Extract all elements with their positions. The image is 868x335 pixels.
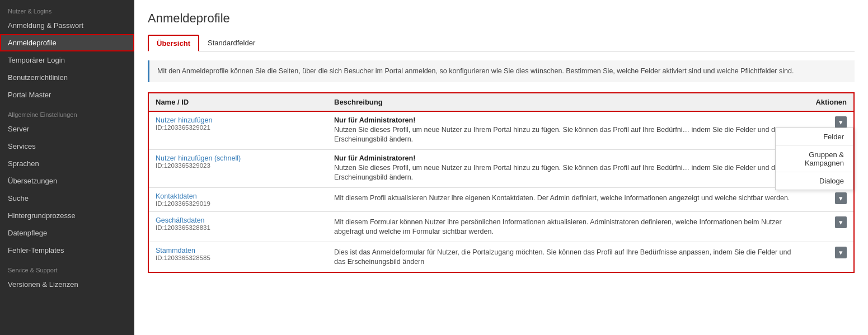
- table-row: GeschäftsdatenID:1203365328831Mit diesem…: [148, 211, 854, 242]
- col-header-name-id: Name / ID: [148, 93, 327, 111]
- tab-standardfelder[interactable]: Standardfelder: [199, 35, 264, 51]
- cell-name-id-0: Nutzer hinzufügenID:1203365329021: [148, 111, 327, 150]
- sidebar-item-anmeldeprofile[interactable]: Anmeldeprofile: [0, 34, 134, 51]
- action-dropdown-btn-2[interactable]: ▾: [835, 192, 847, 204]
- cell-description-3: Mit diesem Formular können Nutzer ihre p…: [327, 211, 798, 242]
- dropdown-item-dialoge[interactable]: Dialoge: [776, 172, 853, 190]
- profile-name-link-0[interactable]: Nutzer hinzufügen: [156, 116, 321, 124]
- cell-description-0: Nur für Administratoren!Nutzen Sie diese…: [327, 111, 798, 150]
- tab-uebersicht[interactable]: Übersicht: [148, 35, 199, 51]
- cell-name-id-2: KontaktdatenID:1203365329019: [148, 187, 327, 211]
- sidebar: Nutzer & LoginsAnmeldung & PasswortAnmel…: [0, 0, 134, 335]
- cell-actions-4: ▾: [798, 242, 854, 272]
- cell-name-id-1: Nutzer hinzufügen (schnell)ID:1203365329…: [148, 149, 327, 187]
- desc-text-1: Nutzen Sie dieses Profil, um neue Nutzer…: [334, 163, 791, 183]
- profile-name-link-1[interactable]: Nutzer hinzufügen (schnell): [156, 154, 321, 162]
- action-dropdown-btn-4[interactable]: ▾: [835, 247, 847, 258]
- cell-description-1: Nur für Administratoren!Nutzen Sie diese…: [327, 149, 798, 187]
- desc-bold-1: Nur für Administratoren!: [334, 154, 791, 162]
- sidebar-item-fehler-templates[interactable]: Fehler-Templates: [0, 242, 134, 259]
- sidebar-item-temporaerer[interactable]: Temporärer Login: [0, 51, 134, 69]
- cell-description-2: Mit diesem Profil aktualisieren Nutzer i…: [327, 187, 798, 211]
- col-header-beschreibung: Beschreibung: [327, 93, 798, 111]
- col-header-aktionen: Aktionen: [798, 93, 854, 111]
- profiles-table: Name / ID Beschreibung Aktionen Nutzer h…: [148, 92, 855, 273]
- desc-text-2: Mit diesem Profil aktualisieren Nutzer i…: [334, 194, 791, 204]
- sidebar-item-portalmaster[interactable]: Portal Master: [0, 86, 134, 103]
- profile-id-2: ID:1203365329019: [156, 200, 321, 207]
- desc-bold-0: Nur für Administratoren!: [334, 116, 791, 124]
- action-dropdown-btn-0[interactable]: ▾: [835, 116, 847, 128]
- table-row: Nutzer hinzufügen (schnell)ID:1203365329…: [148, 149, 854, 187]
- sidebar-item-benutzerrichtlinien[interactable]: Benutzerrichtlinien: [0, 69, 134, 86]
- page-title: Anmeldeprofile: [148, 11, 855, 26]
- sidebar-item-versionen[interactable]: Versionen & Lizenzen: [0, 276, 134, 293]
- sidebar-item-anmeldung[interactable]: Anmeldung & Passwort: [0, 17, 134, 34]
- profile-id-4: ID:1203365328585: [156, 254, 321, 261]
- info-text: Mit den Anmeldeprofile können Sie die Se…: [157, 67, 794, 75]
- sidebar-item-suche[interactable]: Suche: [0, 190, 134, 207]
- sidebar-section-label: Allgemeine Einstellungen: [0, 103, 134, 120]
- tab-bar: Übersicht Standardfelder: [148, 35, 855, 51]
- cell-actions-2: ▾: [798, 187, 854, 211]
- action-dropdown-btn-3[interactable]: ▾: [835, 216, 847, 228]
- desc-text-3: Mit diesem Formular können Nutzer ihre p…: [334, 218, 791, 237]
- sidebar-section-label: Service & Support: [0, 259, 134, 276]
- profile-id-0: ID:1203365329021: [156, 124, 321, 131]
- sidebar-section-label: Nutzer & Logins: [0, 0, 134, 17]
- sidebar-item-server[interactable]: Server: [0, 120, 134, 138]
- table-row: KontaktdatenID:1203365329019Mit diesem P…: [148, 187, 854, 211]
- sidebar-item-hintergrundprozesse[interactable]: Hintergrundprozesse: [0, 207, 134, 224]
- profile-name-link-3[interactable]: Geschäftsdaten: [156, 216, 321, 224]
- profile-id-3: ID:1203365328831: [156, 224, 321, 231]
- sidebar-item-services[interactable]: Services: [0, 138, 134, 155]
- dropdown-item-gruppen[interactable]: Gruppen & Kampagnen: [776, 146, 853, 172]
- cell-name-id-3: GeschäftsdatenID:1203365328831: [148, 211, 327, 242]
- cell-actions-0: ▾FelderGruppen & KampagnenDialoge: [798, 111, 854, 150]
- cell-name-id-4: StammdatenID:1203365328585: [148, 242, 327, 272]
- table-row: Nutzer hinzufügenID:1203365329021Nur für…: [148, 111, 854, 150]
- cell-description-4: Dies ist das Anmeldeformular für Nutzer,…: [327, 242, 798, 272]
- profile-name-link-2[interactable]: Kontaktdaten: [156, 192, 321, 200]
- cell-actions-3: ▾: [798, 211, 854, 242]
- main-content: Anmeldeprofile Übersicht Standardfelder …: [134, 0, 868, 335]
- profile-id-1: ID:1203365329023: [156, 162, 321, 169]
- desc-text-4: Dies ist das Anmeldeformular für Nutzer,…: [334, 248, 791, 267]
- profile-name-link-4[interactable]: Stammdaten: [156, 247, 321, 254]
- dropdown-item-felder[interactable]: Felder: [776, 128, 853, 145]
- desc-text-0: Nutzen Sie dieses Profil, um neue Nutzer…: [334, 125, 791, 145]
- sidebar-item-datenpflege[interactable]: Datenpflege: [0, 224, 134, 242]
- info-box: Mit den Anmeldeprofile können Sie die Se…: [148, 60, 855, 82]
- table-row: StammdatenID:1203365328585Dies ist das A…: [148, 242, 854, 272]
- sidebar-item-uebersetzungen[interactable]: Übersetzungen: [0, 172, 134, 190]
- dropdown-menu-0: FelderGruppen & KampagnenDialoge: [775, 128, 853, 190]
- sidebar-item-sprachen[interactable]: Sprachen: [0, 155, 134, 172]
